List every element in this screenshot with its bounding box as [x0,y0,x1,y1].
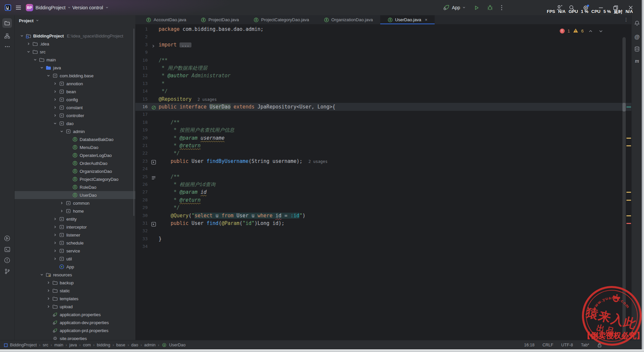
code-editor[interactable]: 1package com.bidding.base.dao.admin;23im… [135,24,631,340]
tree-item-application-dev.properties[interactable]: application-dev.properties [14,318,135,326]
tree-item-bean[interactable]: bean [14,88,135,96]
breadcrumb-item-dao[interactable]: dao [131,343,138,347]
code-line-14[interactable]: 14 */ [135,87,631,95]
line-number[interactable]: 24 [135,165,148,173]
list-gutter-icon[interactable] [151,175,157,180]
tree-item-constant[interactable]: constant [14,104,135,111]
tab-OrganizationDao.java[interactable]: IOrganizationDao.java [317,15,380,24]
chevron-right-icon[interactable] [53,113,59,117]
line-number[interactable]: 13 [135,80,148,88]
stripe-mark-warning[interactable] [626,215,631,216]
code-line-24[interactable]: 24 [135,165,631,173]
database-tool-button[interactable] [633,45,641,53]
chevron-down-icon[interactable] [27,50,33,54]
inspection-widget[interactable]: ! 1 6 [560,28,603,34]
bean-gutter-icon[interactable] [151,105,157,110]
tree-item-main[interactable]: main [14,56,135,64]
tree-item-home[interactable]: home [14,207,135,215]
tree-item-templates[interactable]: templates [14,295,135,303]
tree-item-OrderAuthDao[interactable]: IOrderAuthDao [14,159,135,167]
vcs-widget[interactable]: Version control [72,0,109,15]
tree-item-OperaterLogDao[interactable]: IOperaterLogDao [14,151,135,159]
tree-item-service[interactable]: service [14,247,135,255]
tree-item-util[interactable]: util [14,255,135,263]
tree-item-schedule[interactable]: schedule [14,239,135,247]
tree-item-site.properties[interactable]: site.properties [14,334,135,340]
breadcrumb-item-main[interactable]: main [54,343,63,347]
line-number[interactable]: 1 [135,25,148,33]
ai-assistant-button[interactable]: @ [633,33,641,41]
stripe-mark-identifier[interactable] [626,106,631,107]
chevron-right-icon[interactable] [53,257,59,261]
chevron-right-icon[interactable] [53,241,59,245]
chevron-right-icon[interactable] [53,98,59,102]
breadcrumb-item-com[interactable]: com [83,343,91,347]
project-selector[interactable]: BiddingProject [36,0,71,15]
line-number[interactable]: 16 [135,103,148,111]
debug-button[interactable] [487,0,493,15]
line-number[interactable]: 32 [135,227,148,235]
tree-item-DatabaseBakDao[interactable]: IDatabaseBakDao [14,135,135,143]
code-line-11[interactable]: 11 * 用户数据库处理层 [135,64,631,72]
tree-item-listener[interactable]: listener [14,231,135,239]
code-line-1[interactable]: 1package com.bidding.base.dao.admin; [135,25,631,33]
clock-text[interactable]: 16:18 [524,343,535,347]
chevron-down-icon[interactable] [46,74,52,78]
breadcrumb-item-src[interactable]: src [43,343,48,347]
structure-tool-button[interactable] [2,31,12,41]
chevron-right-icon[interactable] [53,217,59,221]
tab-ProjectDao.java[interactable]: IProjectDao.java [193,15,246,24]
code-line-15[interactable]: 15@Repository2 usages [135,95,631,103]
code-line-18[interactable]: 18 /** [135,118,631,126]
line-number[interactable]: 25 [135,173,148,181]
chevron-right-icon[interactable] [53,106,59,109]
code-line-29[interactable]: 29 */ [135,204,631,212]
code-line-31[interactable]: 31 public User find(@Param("id")Long id)… [135,219,631,227]
tab-AccountDao.java[interactable]: IAccountDao.java [139,15,193,24]
tree-item-App[interactable]: App [14,263,135,271]
stripe-mark-warning[interactable] [626,192,631,193]
tree-item-admin[interactable]: admin [14,127,135,135]
code-line-16[interactable]: 16public interface UserDao extends JpaRe… [135,103,631,111]
stripe-mark-warning[interactable] [626,145,631,146]
line-number[interactable]: 27 [135,188,148,196]
prev-problem-button[interactable] [589,29,593,34]
chevron-right-icon[interactable] [27,42,33,46]
ide-logo-icon[interactable] [5,0,11,15]
tree-item-config[interactable]: config [14,96,135,104]
run-config-selector[interactable]: App [443,0,466,15]
line-number[interactable]: 3 [135,41,148,49]
tree-item-application-prd.properties[interactable]: application-prd.properties [14,326,135,334]
breadcrumb-item-admin[interactable]: admin [144,343,156,347]
line-ending-widget[interactable]: CRLF [542,343,553,347]
code-line-21[interactable]: 21 * @return [135,142,631,150]
tab-ProjectCategoryDao.java[interactable]: IProjectCategoryDao.java [246,15,317,24]
breadcrumb-item-base[interactable]: base [116,343,125,347]
close-tab-icon[interactable]: × [425,17,427,22]
git-tool-button[interactable] [2,266,12,276]
tree-item-OrganizationDao[interactable]: IOrganizationDao [14,167,135,175]
project-tool-button[interactable] [2,18,12,28]
tree-item-ProjectCategoryDao[interactable]: IProjectCategoryDao [14,175,135,183]
line-number[interactable]: 15 [135,95,148,103]
stripe-mark-error[interactable] [626,223,631,224]
tree-item-upload[interactable]: upload [14,303,135,311]
line-number[interactable]: 33 [135,235,148,243]
line-number[interactable]: 14 [135,87,148,95]
breadcrumb-item-UserDao[interactable]: UserDao [169,343,185,347]
tree-item-static[interactable]: static [14,287,135,295]
code-line-13[interactable]: 13 * [135,80,631,88]
code-line-34[interactable]: 34 [135,243,631,250]
chevron-down-icon[interactable] [33,58,39,62]
line-number[interactable]: 19 [135,126,148,134]
more-tools-button[interactable] [2,42,12,51]
tree-item-MenuDao[interactable]: IMenuDao [14,143,135,151]
line-number[interactable]: 9 [135,48,148,56]
line-number[interactable]: 10 [135,56,148,64]
line-number[interactable]: 30 [135,212,148,220]
tab-options-button[interactable]: ⋮ [624,17,629,22]
line-number[interactable]: 23 [135,157,148,165]
problems-tool-button[interactable] [2,255,12,265]
line-number[interactable]: 26 [135,180,148,188]
chevron-right-icon[interactable] [53,233,59,237]
